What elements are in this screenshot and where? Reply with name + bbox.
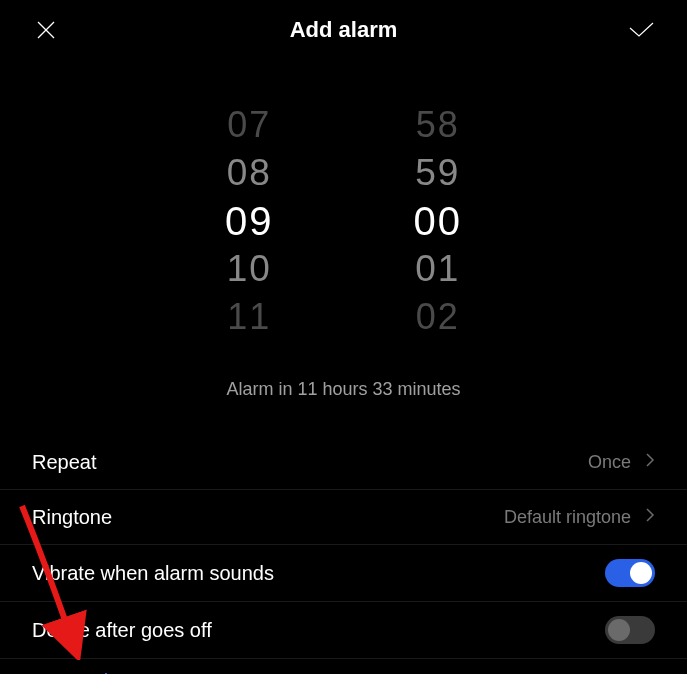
hour-wheel[interactable]: 07 08 09 10 11 — [225, 101, 274, 341]
repeat-label: Repeat — [32, 451, 97, 474]
vibrate-toggle[interactable] — [605, 559, 655, 587]
repeat-value: Once — [588, 452, 631, 473]
repeat-row[interactable]: Repeat Once — [0, 435, 687, 490]
check-icon[interactable] — [625, 14, 657, 46]
minute-option[interactable]: 58 — [416, 101, 460, 149]
ringtone-value: Default ringtone — [504, 507, 631, 528]
page-title: Add alarm — [290, 17, 398, 43]
minute-wheel[interactable]: 58 59 00 01 02 — [414, 101, 463, 341]
vibrate-label: Vibrate when alarm sounds — [32, 562, 274, 585]
minute-selected[interactable]: 00 — [414, 197, 463, 245]
delete-after-toggle[interactable] — [605, 616, 655, 644]
label-row: Label — [0, 659, 687, 674]
hour-option[interactable]: 08 — [227, 149, 272, 197]
chevron-right-icon — [645, 507, 655, 527]
delete-after-row: Delete after goes off — [0, 602, 687, 659]
close-icon[interactable] — [30, 14, 62, 46]
ringtone-label: Ringtone — [32, 506, 112, 529]
hour-selected[interactable]: 09 — [225, 197, 274, 245]
hour-option[interactable]: 10 — [227, 245, 272, 293]
minute-option[interactable]: 01 — [415, 245, 460, 293]
chevron-right-icon — [645, 452, 655, 472]
hour-option[interactable]: 07 — [227, 101, 271, 149]
alarm-countdown: Alarm in 11 hours 33 minutes — [0, 379, 687, 400]
vibrate-row: Vibrate when alarm sounds — [0, 545, 687, 602]
time-picker: 07 08 09 10 11 58 59 00 01 02 — [0, 101, 687, 341]
delete-after-label: Delete after goes off — [32, 619, 212, 642]
minute-option[interactable]: 59 — [415, 149, 460, 197]
minute-option[interactable]: 02 — [416, 293, 460, 341]
hour-option[interactable]: 11 — [227, 293, 271, 341]
ringtone-row[interactable]: Ringtone Default ringtone — [0, 490, 687, 545]
